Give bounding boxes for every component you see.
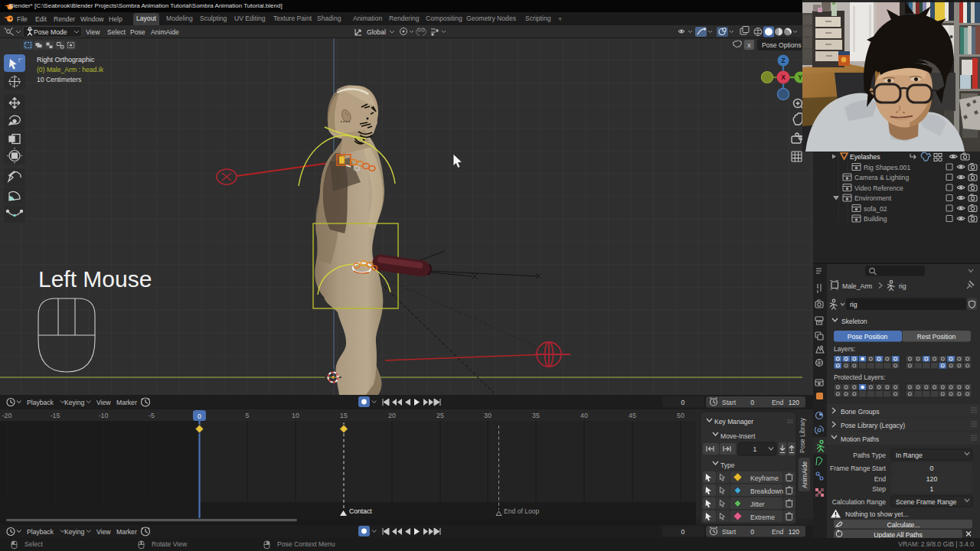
svg-text:Bone Groups: Bone Groups [841,408,880,416]
svg-text:Motion Paths: Motion Paths [841,435,879,443]
svg-text:120: 120 [789,399,800,406]
svg-text:5: 5 [246,412,250,419]
svg-text:sofa_02: sofa_02 [864,205,887,213]
svg-text:45: 45 [629,412,636,419]
svg-text:25: 25 [436,412,444,419]
svg-text:0: 0 [930,465,934,472]
svg-text:Move-Insert: Move-Insert [720,432,756,440]
svg-text:Pose Options: Pose Options [762,41,802,49]
svg-text:20: 20 [388,412,396,419]
svg-text:Type: Type [720,461,735,469]
svg-text:Contact: Contact [349,507,372,515]
svg-text:View: View [96,399,111,406]
svg-text:Start: Start [722,399,737,406]
svg-text:15: 15 [340,412,348,419]
svg-text:Pose Position: Pose Position [848,333,888,341]
svg-text:rig: rig [850,301,858,308]
svg-text:1: 1 [930,485,934,493]
svg-text:0: 0 [198,412,201,420]
svg-text:10: 10 [292,412,299,419]
svg-text:1: 1 [753,445,757,453]
svg-text:0: 0 [750,399,754,406]
svg-text:Marker: Marker [116,399,137,406]
svg-text:Z: Z [781,57,785,64]
svg-text:Layers:: Layers: [834,345,855,353]
svg-text:Playback: Playback [27,399,54,406]
svg-text:Scene Frame Range: Scene Frame Range [896,498,957,506]
svg-text:(0) Male_Arm : head.ik: (0) Male_Arm : head.ik [37,66,104,73]
svg-text:Video Reference: Video Reference [854,184,903,192]
svg-text:Frame Range Start: Frame Range Start [830,465,887,472]
svg-text:Extreme: Extreme [750,514,775,521]
svg-text:Eyelashes: Eyelashes [850,153,880,161]
svg-text:End: End [874,475,887,483]
svg-text:In Range: In Range [896,452,923,459]
svg-text:Calculate...: Calculate... [887,521,920,529]
svg-text:rig: rig [899,282,906,290]
svg-text:Building: Building [864,215,887,223]
svg-text:Key Manager: Key Manager [714,418,753,425]
svg-text:x: x [747,41,751,49]
svg-text:Environment: Environment [854,194,892,202]
svg-text:Rest Position: Rest Position [917,333,956,341]
svg-text:End: End [772,399,784,406]
svg-text:End of Loop: End of Loop [504,507,540,515]
svg-text:Step: Step [872,485,886,493]
svg-text:Jitter: Jitter [750,500,765,508]
svg-text:Update All Paths: Update All Paths [874,531,923,539]
svg-text:-10: -10 [99,412,109,419]
svg-text:Calculation Range: Calculation Range [832,498,886,506]
svg-text:-15: -15 [51,412,60,419]
svg-text:-20: -20 [2,412,12,419]
svg-text:10 Centimeters: 10 Centimeters [37,76,81,83]
svg-text:Pose Library (Legacy): Pose Library (Legacy) [841,422,905,429]
svg-text:120: 120 [926,475,938,483]
svg-text:40: 40 [580,412,588,419]
svg-text:Right Orthographic: Right Orthographic [37,56,95,64]
svg-text:Skeleton: Skeleton [841,318,867,325]
svg-text:AnimAide: AnimAide [802,461,808,488]
svg-text:Male_Arm: Male_Arm [842,282,872,290]
svg-text:50: 50 [677,412,684,419]
svg-text:Left Mouse: Left Mouse [38,266,152,292]
svg-text:35: 35 [532,412,540,419]
svg-text:Protected Layers:: Protected Layers: [834,373,885,381]
svg-text:-5: -5 [149,412,155,419]
svg-text:Pose Library: Pose Library [799,417,806,453]
svg-text:Keyframe: Keyframe [750,474,779,482]
svg-text:Rig Shapes.001: Rig Shapes.001 [864,164,910,171]
svg-text:Camera & Lighting: Camera & Lighting [854,174,909,181]
svg-text:Keying: Keying [64,399,84,406]
svg-text:Paths Type: Paths Type [853,452,886,459]
svg-text:Breakdown: Breakdown [750,487,783,495]
svg-text:0: 0 [681,399,685,406]
svg-text:X: X [781,73,786,81]
svg-text:Nothing to show yet...: Nothing to show yet... [845,510,909,518]
svg-text:30: 30 [484,412,492,419]
